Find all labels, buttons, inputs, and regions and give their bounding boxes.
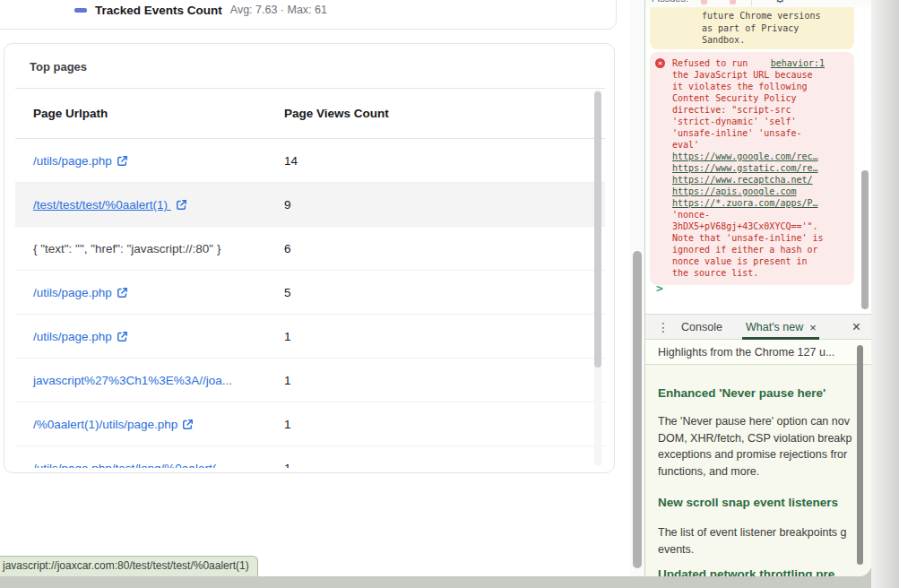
csp-allowed-source-link[interactable]: https://*.zuora.com/apps/P…	[672, 198, 818, 208]
table-row: /%0aalert(1)/utils/page.php 1	[15, 402, 605, 446]
table-row: /utils/page.php 5	[15, 271, 605, 315]
whats-new-heading-link[interactable]: Updated network throttling pre	[658, 567, 834, 576]
devtools-toolbar-clipped: 4 Issues: ⚙	[645, 0, 871, 7]
whats-new-paragraph: The 'Never pause here' option can nov DO…	[658, 413, 871, 480]
whats-new-header: Highlights from the Chrome 127 u...	[645, 341, 871, 365]
column-header-views: Page Views Count	[284, 107, 605, 120]
page-scrollbar-track[interactable]	[630, 0, 644, 576]
analytics-page: Tracked Events Count Avg: 7.63 · Max: 61…	[0, 0, 630, 576]
gear-icon[interactable]: ⚙	[774, 0, 786, 5]
page-views-count: 14	[284, 154, 605, 168]
card-title: Top pages	[30, 60, 87, 74]
screen: { "colors": { "link_blue": "#2a6fdb", "l…	[0, 0, 899, 588]
table-row: /utils/page.php 14	[15, 139, 605, 183]
urlpath-link[interactable]: /utils/page.php	[33, 330, 128, 343]
table-scrollbar-thumb[interactable]	[594, 91, 601, 368]
page-views-count: 6	[284, 242, 605, 255]
warning-text: future Chrome versions as part of Privac…	[702, 10, 829, 47]
drawer-close-icon[interactable]: ×	[852, 319, 860, 335]
csp-allowed-source-link[interactable]: https://www.recaptcha.net/	[672, 175, 813, 185]
table-row: /utils/page.php 1	[15, 315, 605, 359]
whats-new-scrollbar-thumb[interactable]	[857, 345, 863, 565]
page-views-count: 1	[284, 462, 605, 469]
browser-window: Tracked Events Count Avg: 7.63 · Max: 61…	[0, 0, 871, 576]
csp-allowed-source-link[interactable]: https://www.gstatic.com/re…	[672, 163, 818, 173]
external-link-icon	[117, 287, 128, 298]
whats-new-paragraph: The list of event listener breakpoints g…	[658, 524, 871, 558]
tab-label: What's new	[746, 321, 803, 333]
page-views-count: 5	[284, 286, 605, 299]
top-pages-table: Page Urlpath Page Views Count /utils/pag…	[15, 88, 605, 468]
table-header-row: Page Urlpath Page Views Count	[15, 88, 605, 139]
drawer-tab-bar: ⋮ Console What's new × ×	[645, 314, 871, 340]
page-views-count: 1	[284, 418, 605, 431]
table-row: javascript%27%3Ch1%3E%3A//joa... 1	[15, 359, 605, 402]
whats-new-content: Enhanced 'Never pause here' The 'Never p…	[658, 365, 871, 576]
error-text: Refused to run the JavaScript URL becaus…	[672, 58, 813, 150]
console-scrollbar-thumb[interactable]	[861, 170, 869, 309]
csp-allowed-source-link[interactable]: https://www.google.com/rec…	[672, 151, 818, 161]
csp-allowed-source-link[interactable]: https://apis.google.com	[672, 186, 796, 196]
tab-console[interactable]: Console	[681, 321, 722, 333]
urlpath-link-truncated[interactable]: javascript%27%3Ch1%3E%3A//joa...	[33, 374, 232, 387]
issues-count-button[interactable]: 4 Issues:	[649, 0, 688, 4]
whats-new-header-title: Highlights from the Chrome 127 u...	[658, 346, 834, 359]
active-tab-indicator	[742, 337, 819, 340]
table-row: { "text": "", "href": "javascript://:80"…	[15, 227, 605, 271]
console-warning-message: future Chrome versions as part of Privac…	[650, 7, 854, 49]
console-error-message: × behavior:1Refused to run the JavaScrip…	[650, 52, 854, 285]
toolbar-badge	[730, 0, 736, 4]
external-link-icon	[117, 155, 128, 167]
external-link-icon	[176, 199, 187, 211]
external-link-icon	[182, 419, 194, 430]
chart-legend: Tracked Events Count Avg: 7.63 · Max: 61	[74, 1, 327, 19]
top-pages-card: Top pages Page Urlpath Page Views Count …	[4, 43, 615, 473]
console-pane: future Chrome versions as part of Privac…	[645, 7, 871, 314]
legend-stats: Avg: 7.63 · Max: 61	[230, 4, 327, 16]
desktop-background	[871, 0, 899, 588]
urlpath-link[interactable]: /utils/page.php/test/long/%0aalert(	[33, 462, 216, 468]
error-text: 'nonce-3hDX5+pV68gj+43Cx0XYCQ=='". Note …	[672, 210, 824, 278]
table-row-clipped: /utils/page.php/test/long/%0aalert( 1	[15, 446, 605, 468]
whats-new-heading-link[interactable]: Enhanced 'Never pause here'	[658, 386, 826, 400]
page-scrollbar-thumb[interactable]	[633, 251, 642, 568]
table-row-hovered: /test/test/test/%0aalert(1) 9	[15, 183, 605, 227]
whats-new-panel: Highlights from the Chrome 127 u... Enha…	[645, 341, 871, 576]
toolbar-divider	[751, 0, 752, 6]
toolbar-badge	[701, 0, 707, 4]
urlpath-link[interactable]: /utils/page.php	[33, 154, 128, 168]
legend-series-label: Tracked Events Count	[95, 4, 222, 17]
kebab-menu-icon[interactable]: ⋮	[657, 320, 670, 334]
console-source-link[interactable]: behavior:1	[771, 57, 825, 69]
external-link-icon	[117, 331, 128, 342]
link-preview-status-bar: javascript://joaxcar.com:80/test/test/te…	[0, 556, 258, 576]
error-icon: ×	[655, 58, 665, 68]
urlpath-link[interactable]: /utils/page.php	[33, 286, 128, 299]
whats-new-heading-link[interactable]: New scroll snap event listeners	[658, 496, 838, 509]
page-views-count: 1	[284, 330, 605, 343]
urlpath-link[interactable]: /%0aalert(1)/utils/page.php	[33, 418, 194, 431]
console-prompt[interactable]: >	[656, 281, 663, 295]
legend-marker-icon	[74, 8, 87, 13]
urlpath-text: { "text": "", "href": "javascript://:80"…	[33, 242, 220, 255]
chart-card: Tracked Events Count Avg: 7.63 · Max: 61	[0, 0, 617, 30]
tab-whats-new[interactable]: What's new ×	[746, 321, 817, 333]
page-views-count: 9	[284, 198, 605, 212]
page-views-count: 1	[284, 374, 605, 387]
urlpath-link[interactable]: /test/test/test/%0aalert(1)	[33, 198, 187, 212]
column-header-urlpath: Page Urlpath	[15, 107, 284, 120]
devtools-panel: 4 Issues: ⚙ future Chrome versions as pa…	[644, 0, 871, 576]
tab-close-icon[interactable]: ×	[809, 322, 817, 333]
